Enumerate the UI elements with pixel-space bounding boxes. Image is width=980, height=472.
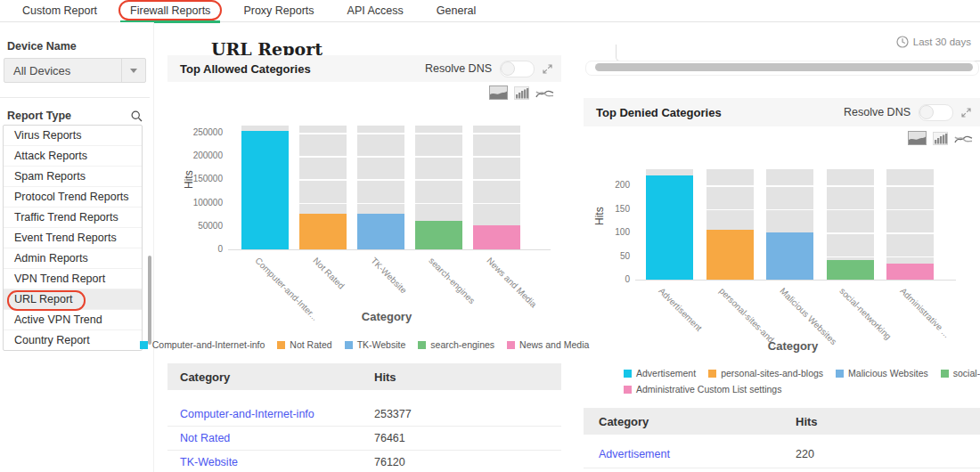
chart-legend: Administrative Custom List settings	[624, 384, 980, 395]
legend-label: personal-sites-and-blogs	[721, 368, 823, 378]
nav-tab-firewall-reports[interactable]: Firewall Reports	[130, 4, 210, 17]
legend-swatch	[624, 386, 632, 394]
sidebar-item-active-vpn-trend[interactable]: Active VPN Trend	[4, 310, 142, 330]
legend-item-administrative-custom-list-settings[interactable]: Administrative Custom List settings	[624, 384, 781, 395]
x-axis-line	[635, 280, 956, 281]
horizontal-scrollbar-thumb[interactable]	[595, 63, 973, 71]
bar-chart-icon[interactable]	[514, 86, 529, 103]
legend-swatch	[836, 370, 844, 378]
legend-label: search-engines	[430, 339, 494, 350]
category-link-computer-and-internet-info[interactable]: Computer-and-Internet-info	[180, 408, 314, 420]
category-link-advertisement[interactable]: Advertisement	[599, 448, 670, 460]
allowed-categories-table: CategoryHitsComputer-and-Internet-info25…	[167, 363, 561, 472]
legend-item-malicious-websites[interactable]: Malicious Websites	[836, 368, 928, 378]
device-select-caret-button[interactable]	[121, 59, 145, 82]
expand-icon[interactable]	[961, 108, 971, 118]
panel-title-top-denied: Top Denied Categories	[596, 106, 722, 119]
legend-item-advertisement[interactable]: Advertisement	[624, 368, 696, 378]
line-chart-icon[interactable]	[954, 133, 973, 149]
y-axis-tick-label: 150000	[173, 174, 223, 184]
bar-personal-sites-and-blogs[interactable]	[706, 230, 754, 280]
area-chart-icon[interactable]	[489, 85, 508, 103]
sidebar-item-virus-reports[interactable]: Virus Reports	[4, 126, 142, 146]
y-axis-tick-label: 0	[173, 244, 223, 255]
legend-swatch	[277, 341, 285, 349]
y-axis-tick-label: 200	[580, 180, 630, 191]
search-icon[interactable]	[131, 110, 143, 122]
sidebar-item-protocol-trend-reports[interactable]: Protocol Trend Reports	[4, 187, 142, 208]
legend-swatch	[941, 370, 949, 378]
hits-value: 220	[796, 448, 814, 460]
sidebar-item-url-report[interactable]: URL Report	[4, 289, 142, 310]
annotation-circle	[118, 0, 222, 20]
x-axis-title: Category	[637, 339, 949, 353]
y-axis-title: Hits	[593, 207, 606, 225]
legend-label: Malicious Websites	[848, 368, 928, 378]
legend-item-computer-and-internet-info[interactable]: Computer-and-Internet-info	[140, 339, 265, 350]
x-axis-tick-label: Malicious Websites	[778, 286, 838, 346]
area-chart-icon[interactable]	[908, 131, 927, 149]
bar-advertisement[interactable]	[646, 175, 693, 280]
x-axis-tick-label: search-engines	[427, 256, 477, 305]
device-select[interactable]: All Devices	[4, 58, 146, 83]
bar-administrative-custom-list-settings[interactable]	[886, 264, 934, 280]
sidebar-item-traffic-trend-reports[interactable]: Traffic Trend Reports	[4, 208, 142, 228]
category-link-tk-website[interactable]: TK-Website	[180, 456, 238, 468]
sidebar-item-attack-reports[interactable]: Attack Reports	[4, 146, 142, 167]
bar-computer-and-internet-info[interactable]	[241, 131, 289, 249]
nav-tab-api-access[interactable]: API Access	[347, 4, 404, 17]
bar-chart-icon[interactable]	[933, 132, 948, 149]
y-axis-tick-label: 50	[580, 251, 630, 262]
line-chart-icon[interactable]	[535, 87, 554, 103]
legend-item-tk-website[interactable]: TK-Website	[345, 339, 406, 350]
bar-not-rated[interactable]	[299, 214, 347, 249]
y-axis-tick-label: 200000	[173, 151, 223, 161]
report-type-label: Report Type	[7, 110, 71, 122]
bar-malicious-websites[interactable]	[766, 232, 813, 280]
sidebar-item-spam-reports[interactable]: Spam Reports	[4, 167, 142, 187]
column-header-category: Category	[599, 415, 649, 428]
firewall-analyzer-screen: Custom ReportFirewall ReportsProxy Repor…	[0, 0, 980, 472]
chart-legend: Advertisementpersonal-sites-and-blogsMal…	[624, 368, 980, 378]
legend-item-search-engines[interactable]: search-engines	[418, 339, 494, 350]
category-link-not-rated[interactable]: Not Rated	[180, 432, 230, 444]
resolve-dns-label: Resolve DNS	[425, 62, 492, 75]
legend-swatch	[345, 341, 353, 349]
y-axis-title: Hits	[183, 170, 195, 189]
sidebar-item-country-report[interactable]: Country Report	[4, 330, 142, 350]
legend-item-not-rated[interactable]: Not Rated	[277, 339, 331, 350]
legend-label: Computer-and-Internet-info	[152, 339, 265, 350]
hits-value: 253377	[374, 408, 412, 420]
legend-label: News and Media	[519, 339, 589, 350]
top-nav: Custom ReportFirewall ReportsProxy Repor…	[0, 0, 980, 22]
x-axis-tick-label: Administrative ...	[898, 286, 951, 339]
nav-tab-custom-report[interactable]: Custom Report	[22, 4, 97, 17]
device-select-value: All Devices	[4, 64, 121, 77]
resolve-dns-toggle[interactable]	[919, 104, 953, 121]
bar-search-engines[interactable]	[415, 221, 462, 249]
legend-item-personal-sites-and-blogs[interactable]: personal-sites-and-blogs	[708, 368, 823, 378]
bar-social-networking[interactable]	[827, 260, 874, 280]
resolve-dns-toggle[interactable]	[500, 61, 535, 77]
sidebar-scrollbar[interactable]	[148, 256, 151, 345]
bar-news-and-media[interactable]	[473, 225, 520, 249]
toggle-knob	[501, 61, 515, 76]
sidebar-item-vpn-trend-report[interactable]: VPN Trend Report	[4, 269, 142, 289]
legend-item-news-and-media[interactable]: News and Media	[507, 339, 589, 350]
table-header: CategoryHits	[167, 363, 561, 390]
expand-icon[interactable]	[543, 64, 552, 74]
legend-label: Advertisement	[636, 368, 696, 378]
device-name-label: Device Name	[7, 40, 153, 53]
bar-tk-website[interactable]	[357, 214, 404, 249]
table-row: Computer-and-Internet-info253377	[167, 402, 561, 427]
nav-tab-general[interactable]: General	[437, 4, 476, 17]
legend-swatch	[418, 341, 426, 349]
legend-swatch	[624, 370, 632, 378]
chevron-down-icon	[130, 69, 137, 73]
column-header-hits: Hits	[796, 415, 818, 428]
nav-tab-proxy-reports[interactable]: Proxy Reports	[243, 4, 314, 17]
sidebar-item-admin-reports[interactable]: Admin Reports	[4, 248, 142, 269]
legend-item-social-networking[interactable]: social-networking	[941, 368, 980, 378]
sidebar-item-event-trend-reports[interactable]: Event Trend Reports	[4, 228, 142, 248]
legend-label: Not Rated	[290, 339, 331, 350]
